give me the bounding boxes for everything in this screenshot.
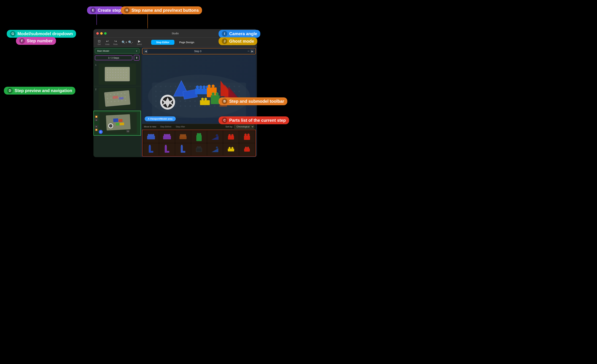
- tab-page-design[interactable]: Page Design: [174, 40, 199, 45]
- part-cell[interactable]: [223, 131, 239, 143]
- svg-point-87: [189, 86, 191, 87]
- part-blue-flat: [146, 133, 156, 140]
- sort-select[interactable]: Chronological Color Part Type: [234, 125, 254, 129]
- part-red-2x2: [243, 133, 251, 141]
- svg-point-88: [194, 86, 196, 87]
- maximize-button[interactable]: [104, 32, 107, 35]
- part-cell[interactable]: [143, 143, 159, 155]
- svg-point-21: [126, 72, 127, 73]
- minimize-button[interactable]: [100, 32, 103, 35]
- svg-point-216: [247, 134, 250, 136]
- part-cell[interactable]: [191, 143, 207, 155]
- active-step-badge: 3: [99, 130, 103, 134]
- move-up-button[interactable]: ▲: [94, 118, 98, 121]
- model-dropdown[interactable]: Main Model ▾: [95, 48, 140, 54]
- part-cell[interactable]: [175, 143, 191, 155]
- traffic-lights: [96, 32, 107, 35]
- move-top-button[interactable]: ⏫: [94, 115, 98, 118]
- part-cell[interactable]: [159, 131, 175, 143]
- step-export-button[interactable]: ⬆: [134, 55, 140, 61]
- viewport-label-badge: A Viewport/Model area: [145, 116, 176, 121]
- step-after-button[interactable]: Step After: [173, 125, 187, 128]
- step-thumbnail-2: [99, 88, 136, 109]
- part-cell[interactable]: [239, 143, 255, 155]
- move-down-button[interactable]: ▼: [94, 125, 98, 128]
- export-step-icon: ⬆: [136, 56, 138, 60]
- svg-point-213: [231, 134, 234, 136]
- part-green-tall: [196, 132, 202, 142]
- step-thumbnail-3: 🗑: [100, 112, 137, 134]
- sort-section: Sort by: Chronological Color Part Type: [226, 125, 254, 129]
- svg-point-115: [238, 91, 240, 92]
- svg-point-99: [160, 91, 162, 92]
- annotation-e: E Create step: [87, 6, 124, 14]
- svg-point-235: [232, 147, 233, 149]
- svg-rect-197: [163, 136, 171, 139]
- step-item-2[interactable]: 2: [94, 86, 141, 111]
- zoom-button[interactable]: 🔍+ 🔍-: [120, 40, 134, 45]
- step-name-bar: ◀ Step 3 ✏ ▶: [142, 48, 256, 54]
- svg-point-82: [165, 86, 166, 87]
- part-yellow-flat: [227, 146, 235, 152]
- part-cell[interactable]: [207, 131, 223, 143]
- svg-marker-209: [212, 136, 219, 140]
- close-button[interactable]: [96, 32, 99, 35]
- svg-point-178: [204, 98, 207, 100]
- exit-button[interactable]: ⊡ Exit: [96, 39, 103, 46]
- move-bottom-button[interactable]: ⏬: [94, 128, 98, 131]
- tab-bar: Step Editor Page Design: [151, 40, 199, 45]
- svg-rect-205: [196, 135, 202, 141]
- svg-point-125: [199, 95, 201, 97]
- svg-rect-201: [180, 136, 187, 139]
- svg-point-133: [238, 95, 240, 97]
- step-name: Step 3: [149, 50, 247, 53]
- prev-step-button[interactable]: ◀: [144, 49, 148, 53]
- redo-button[interactable]: ↪ Redo: [112, 39, 119, 46]
- part-cell[interactable]: [223, 143, 239, 155]
- studio-window: Studio ⊡ Exit ↩ Undo ↪ Redo 🔍+ 🔍-: [94, 29, 257, 157]
- svg-point-140: [184, 100, 186, 102]
- svg-point-114: [234, 91, 235, 92]
- svg-point-12: [123, 69, 124, 70]
- select-button[interactable]: ▶ Select: [136, 39, 143, 46]
- svg-point-23: [110, 74, 111, 76]
- svg-point-35: [120, 77, 121, 78]
- step-item-1[interactable]: 1: [94, 62, 141, 86]
- part-cell[interactable]: [191, 131, 207, 143]
- zoom-out-icon: 🔍-: [128, 40, 133, 44]
- svg-point-25: [115, 74, 116, 76]
- next-step-button[interactable]: ▶: [250, 49, 254, 53]
- parts-grid: [142, 130, 256, 156]
- svg-marker-231: [212, 148, 218, 152]
- svg-point-117: [160, 95, 162, 97]
- svg-point-30: [107, 77, 108, 78]
- svg-point-17: [115, 72, 116, 73]
- svg-point-186: [216, 93, 218, 95]
- undo-button[interactable]: ↩ Undo: [104, 39, 111, 46]
- svg-rect-218: [149, 151, 153, 153]
- svg-point-195: [150, 134, 152, 136]
- move-toolbar: Move to new: Step Before Step After Sort…: [142, 124, 256, 130]
- part-cell[interactable]: [143, 131, 159, 143]
- svg-point-202: [180, 134, 182, 136]
- svg-rect-193: [147, 136, 155, 139]
- svg-point-18: [118, 72, 119, 73]
- step-item-3[interactable]: ⏫ ▲ ▼ ⏬ 3: [94, 111, 141, 136]
- part-cell[interactable]: [239, 131, 255, 143]
- edit-step-name-button[interactable]: ✏: [248, 50, 250, 52]
- svg-point-157: [184, 105, 186, 107]
- svg-point-234: [229, 147, 230, 149]
- part-blue-bracket: [148, 145, 154, 154]
- step-number-2: 2: [95, 88, 96, 91]
- step-before-button[interactable]: Step Before: [158, 125, 173, 128]
- svg-point-185: [212, 93, 214, 95]
- part-cell[interactable]: [159, 143, 175, 155]
- tab-step-editor[interactable]: Step Editor: [151, 40, 174, 45]
- svg-point-24: [112, 74, 113, 76]
- svg-point-207: [199, 133, 201, 135]
- svg-point-203: [182, 134, 184, 136]
- step-counter: 3 / 3 Steps: [95, 55, 132, 60]
- part-cell[interactable]: [175, 131, 191, 143]
- svg-rect-70: [113, 118, 118, 122]
- part-cell[interactable]: [207, 143, 223, 155]
